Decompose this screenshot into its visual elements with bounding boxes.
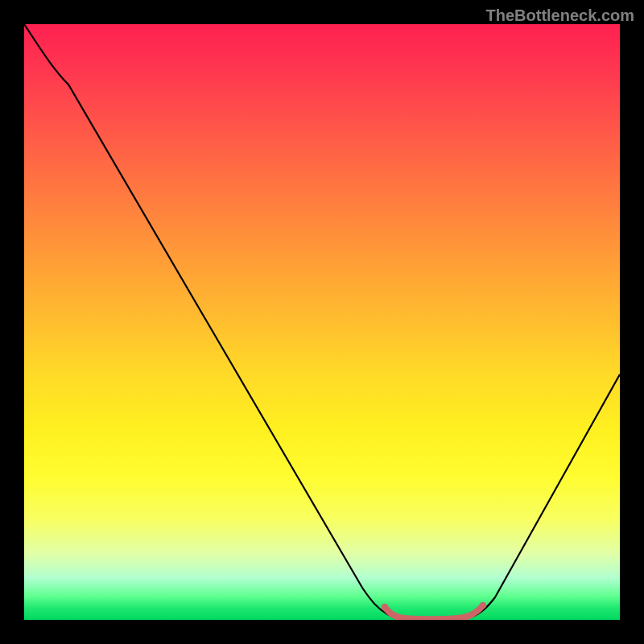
bottleneck-curve: [24, 24, 620, 620]
curve-svg: [24, 24, 620, 620]
optimal-range-marker: [385, 605, 483, 619]
watermark-text: TheBottleneck.com: [486, 6, 634, 25]
marker-end-dot: [480, 602, 486, 609]
marker-start-dot: [382, 604, 388, 610]
plot-area: [24, 24, 620, 620]
